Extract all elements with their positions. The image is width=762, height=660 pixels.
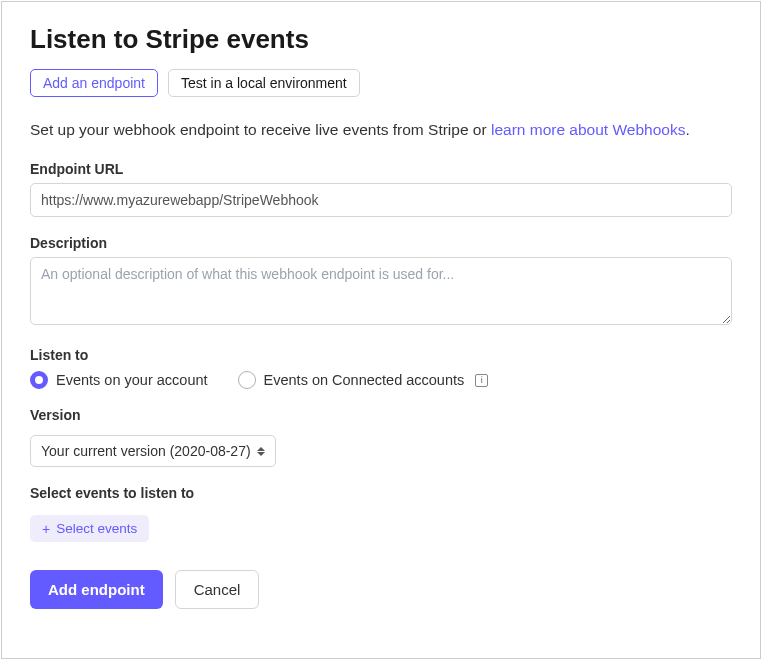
listen-to-label: Listen to bbox=[30, 347, 732, 363]
listen-to-options: Events on your account Events on Connect… bbox=[30, 371, 732, 389]
description-label: Description bbox=[30, 235, 732, 251]
endpoint-url-field: Endpoint URL bbox=[30, 161, 732, 217]
radio-account-label: Events on your account bbox=[56, 372, 208, 388]
select-events-field: Select events to listen to + Select even… bbox=[30, 485, 732, 542]
description-input[interactable] bbox=[30, 257, 732, 325]
learn-more-link[interactable]: learn more about Webhooks bbox=[491, 121, 685, 138]
select-events-label: Select events to listen to bbox=[30, 485, 732, 501]
tab-add-endpoint[interactable]: Add an endpoint bbox=[30, 69, 158, 97]
action-row: Add endpoint Cancel bbox=[30, 570, 732, 609]
select-events-button[interactable]: + Select events bbox=[30, 515, 149, 542]
add-endpoint-button[interactable]: Add endpoint bbox=[30, 570, 163, 609]
version-label: Version bbox=[30, 407, 732, 423]
page-title: Listen to Stripe events bbox=[30, 24, 732, 55]
intro-prefix: Set up your webhook endpoint to receive … bbox=[30, 121, 491, 138]
tab-test-local[interactable]: Test in a local environment bbox=[168, 69, 360, 97]
select-events-button-label: Select events bbox=[56, 521, 137, 536]
plus-icon: + bbox=[42, 522, 50, 536]
listen-to-field: Listen to Events on your account Events … bbox=[30, 347, 732, 389]
info-icon[interactable]: i bbox=[475, 374, 488, 387]
cancel-button[interactable]: Cancel bbox=[175, 570, 260, 609]
radio-unselected-icon bbox=[238, 371, 256, 389]
webhook-setup-panel: Listen to Stripe events Add an endpoint … bbox=[1, 1, 761, 659]
mode-tabs: Add an endpoint Test in a local environm… bbox=[30, 69, 732, 97]
version-selected-text: Your current version (2020-08-27) bbox=[41, 443, 251, 459]
description-field: Description bbox=[30, 235, 732, 329]
radio-events-on-account[interactable]: Events on your account bbox=[30, 371, 208, 389]
endpoint-url-label: Endpoint URL bbox=[30, 161, 732, 177]
radio-events-on-connected[interactable]: Events on Connected accounts i bbox=[238, 371, 489, 389]
radio-connected-label: Events on Connected accounts bbox=[264, 372, 465, 388]
version-select[interactable]: Your current version (2020-08-27) bbox=[30, 435, 276, 467]
intro-suffix: . bbox=[685, 121, 689, 138]
version-field: Version Your current version (2020-08-27… bbox=[30, 407, 732, 467]
intro-text: Set up your webhook endpoint to receive … bbox=[30, 119, 732, 141]
radio-selected-icon bbox=[30, 371, 48, 389]
endpoint-url-input[interactable] bbox=[30, 183, 732, 217]
sort-icon bbox=[257, 447, 265, 456]
